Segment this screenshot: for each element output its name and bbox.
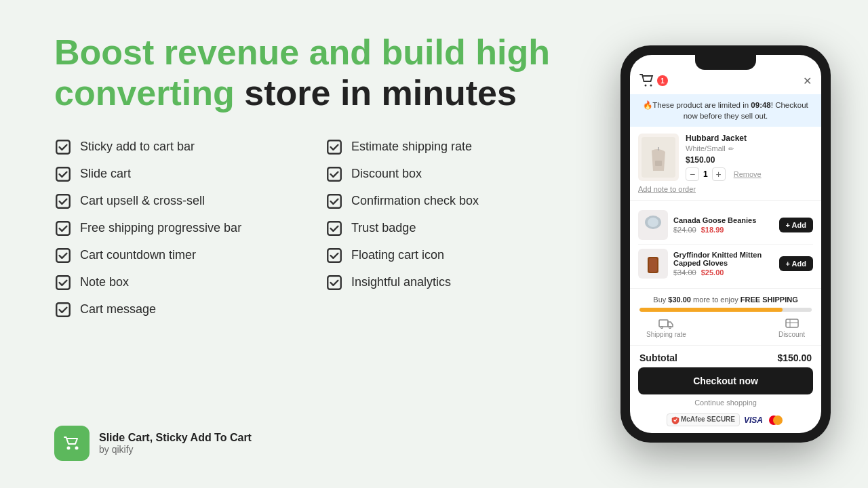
- svg-point-13: [67, 447, 71, 450]
- right-panel: 1 ✕ 🔥These product are limited in 09:48!…: [610, 0, 868, 488]
- svg-rect-3: [328, 167, 341, 181]
- svg-point-14: [75, 447, 79, 450]
- left-panel: Boost revenue and build high converting …: [0, 0, 610, 488]
- item-name: Hubbard Jacket: [686, 134, 813, 143]
- check-icon-r5: [326, 247, 343, 264]
- mastercard-badge: [767, 415, 785, 426]
- qty-decrease[interactable]: −: [686, 167, 699, 181]
- svg-point-30: [773, 415, 783, 425]
- upsell-add-button-0[interactable]: + Add: [779, 218, 813, 232]
- cart-item: Hubbard Jacket White/Small ✏ $150.00 − 1…: [638, 134, 813, 181]
- svg-rect-23: [659, 320, 668, 327]
- svg-rect-22: [649, 258, 657, 272]
- upsell-old-price-0: $24.00: [673, 226, 696, 234]
- remove-link[interactable]: Remove: [734, 170, 762, 178]
- discount-icon-item: Discount: [778, 317, 805, 338]
- svg-rect-10: [56, 276, 70, 289]
- upsell-prices-1: $34.00 $25.00: [673, 268, 774, 277]
- upsell-new-price-1: $25.00: [701, 268, 724, 277]
- svg-rect-1: [328, 140, 341, 154]
- upsell-old-price-1: $34.00: [673, 268, 696, 277]
- check-icon-2: [54, 165, 72, 183]
- svg-rect-18: [655, 161, 662, 166]
- svg-rect-8: [56, 249, 70, 262]
- svg-point-20: [648, 218, 658, 227]
- subtotal-value: $150.00: [777, 352, 812, 363]
- check-icon-r2: [326, 165, 343, 183]
- visa-badge: VISA: [744, 415, 763, 425]
- continue-shopping-link[interactable]: Continue shopping: [630, 399, 821, 407]
- upsell-info-0: Canada Goose Beanies $24.00 $18.99: [673, 216, 774, 234]
- discount-icon: [785, 317, 800, 329]
- svg-rect-26: [786, 319, 798, 327]
- check-icon-4: [54, 220, 72, 237]
- brand-text-block: Slide Cart, Sticky Add To Cart by qikify: [99, 432, 252, 455]
- headline-green: Boost revenue and build high: [54, 33, 550, 72]
- feature-analytics: Insightful analytics: [326, 274, 570, 291]
- shipping-text: Buy $30.00 more to enjoy FREE SHIPPING: [639, 296, 812, 304]
- feature-cart-message: Cart message: [54, 301, 298, 319]
- truck-icon: [658, 317, 673, 329]
- checkout-button[interactable]: Checkout now: [638, 367, 813, 394]
- cart-item-section: Hubbard Jacket White/Small ✏ $150.00 − 1…: [630, 127, 821, 201]
- features-grid: Sticky add to cart bar Estimate shipping…: [54, 138, 570, 319]
- feature-upsell: Cart upsell & cross-sell: [54, 192, 298, 210]
- close-button[interactable]: ✕: [803, 75, 812, 87]
- qty-controls: − 1 + Remove: [686, 167, 813, 181]
- svg-rect-9: [328, 249, 341, 262]
- item-price: $150.00: [686, 155, 813, 165]
- upsell-section: Canada Goose Beanies $24.00 $18.99 + Add…: [630, 201, 821, 289]
- upsell-name-1: Gryffindor Knitted Mitten Capped Gloves: [673, 251, 774, 267]
- check-icon-r1: [326, 138, 343, 156]
- timer-value: 09:48: [751, 101, 770, 109]
- feature-note-box: Note box: [54, 274, 298, 291]
- check-icon-r6: [326, 274, 343, 291]
- timer-text-pre: 🔥These product are limited in: [643, 101, 751, 109]
- check-icon-5: [54, 247, 72, 264]
- feature-confirmation: Confirmation check box: [326, 192, 570, 210]
- shipping-rate-label: Shipping rate: [646, 331, 686, 338]
- brand-name: Slide Cart, Sticky Add To Cart: [99, 432, 252, 444]
- qty-increase[interactable]: +: [712, 167, 726, 181]
- svg-rect-12: [56, 303, 70, 317]
- svg-rect-6: [56, 222, 70, 235]
- brand-by: by qikify: [99, 444, 252, 455]
- upsell-image-0: [638, 210, 668, 240]
- upsell-info-1: Gryffindor Knitted Mitten Capped Gloves …: [673, 251, 774, 277]
- upsell-item-1: Gryffindor Knitted Mitten Capped Gloves …: [638, 245, 813, 283]
- upsell-item-0: Canada Goose Beanies $24.00 $18.99 + Add: [638, 206, 813, 245]
- cart-icon: [639, 74, 654, 87]
- feature-countdown: Cart countdown timer: [54, 247, 298, 264]
- qty-value: 1: [703, 169, 708, 179]
- edit-icon[interactable]: ✏: [728, 145, 734, 152]
- upsell-prices-0: $24.00 $18.99: [673, 226, 774, 234]
- feature-discount-box: Discount box: [326, 165, 570, 183]
- check-icon-7: [54, 301, 72, 319]
- svg-rect-11: [328, 276, 341, 289]
- phone-notch: [695, 55, 756, 70]
- add-note-link[interactable]: Add note to order: [638, 181, 813, 193]
- check-icon-1: [54, 138, 72, 156]
- timer-banner: 🔥These product are limited in 09:48! Che…: [630, 94, 821, 127]
- check-icon-6: [54, 274, 72, 291]
- svg-rect-5: [328, 195, 341, 208]
- svg-point-24: [661, 327, 663, 329]
- headline-converting: converting: [54, 73, 235, 113]
- subtotal-row: Subtotal $150.00: [630, 346, 821, 367]
- feature-slide-cart: Slide cart: [54, 165, 298, 183]
- trust-badges: McAfee SECURE VISA: [630, 411, 821, 432]
- upsell-add-button-1[interactable]: + Add: [779, 256, 813, 271]
- feature-floating-cart: Floating cart icon: [326, 247, 570, 264]
- svg-rect-0: [56, 140, 70, 154]
- svg-rect-4: [56, 195, 70, 208]
- headline-rest: store in minutes: [235, 73, 517, 113]
- shipping-icons: Shipping rate Discount: [639, 317, 812, 338]
- shipping-rate-icon-item: Shipping rate: [646, 317, 686, 338]
- svg-rect-2: [56, 167, 70, 181]
- item-variant: White/Small ✏: [686, 144, 813, 152]
- upsell-image-1: [638, 249, 668, 279]
- phone-screen: 1 ✕ 🔥These product are limited in 09:48!…: [630, 55, 821, 433]
- progress-fill: [639, 308, 783, 312]
- brand-logo: [54, 426, 90, 461]
- upsell-new-price-0: $18.99: [701, 226, 724, 234]
